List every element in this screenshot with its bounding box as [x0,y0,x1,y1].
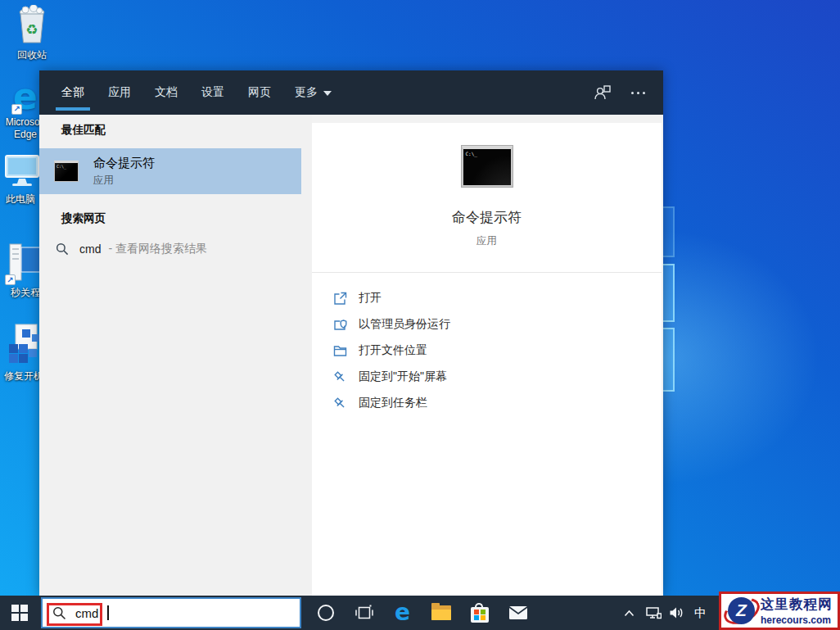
text-caret [107,605,109,620]
detail-title: 命令提示符 [312,208,662,227]
edge-taskbar-button[interactable]: e [383,596,422,630]
desktop-icon-label: 秒关程 [11,287,40,300]
desktop-icon-recycle-bin[interactable]: ♻ 回收站 [7,5,57,62]
tab-label: 全部 [61,85,84,100]
result-detail-pane: C:\_ 命令提示符 应用 打开 [312,115,663,596]
folder-icon [333,344,347,358]
volume-icon[interactable] [665,596,689,630]
sign-in-options-icon[interactable] [594,84,612,101]
cmd-terminal-icon-large: C:\_ [462,146,513,187]
file-explorer-button[interactable] [422,596,460,630]
action-label: 固定到任务栏 [359,396,427,410]
task-view-icon [355,605,373,621]
tab-all[interactable]: 全部 [61,70,84,115]
task-view-button[interactable] [345,596,383,630]
taskbar-search-box[interactable]: cmd [41,597,301,628]
web-search-heading: 搜索网页 [61,211,312,226]
edge-logo-icon: e [395,601,410,624]
best-match-heading: 最佳匹配 [61,123,312,138]
taskbar: cmd e [0,596,840,630]
search-flyout-panel: 全部 应用 文档 设置 网页 更多 [39,70,663,596]
chevron-down-icon [323,91,332,96]
more-options-icon[interactable] [631,92,645,94]
ime-indicator[interactable]: 中 [689,596,712,630]
start-button[interactable] [0,596,39,630]
recycle-bin-icon: ♻ [14,5,50,46]
tab-label: 网页 [248,85,271,100]
shortcut-arrow-icon: ↗ [11,104,22,115]
network-icon[interactable] [641,596,665,630]
action-label: 打开 [359,291,382,306]
watermark-site-name: 这里教程网 [761,596,833,614]
windows-logo-icon [11,605,28,621]
edge-logo-icon: e ↗ [13,80,38,113]
search-icon [56,242,69,256]
mail-button[interactable] [499,596,537,630]
tab-more[interactable]: 更多 [295,70,332,115]
desktop-icon-label: 修复开机 [4,370,43,383]
desktop-icon-label: 此电脑 [6,193,35,206]
result-subtitle: 应用 [93,174,155,188]
detail-subtitle: 应用 [312,234,662,248]
mail-envelope-icon [508,605,528,620]
cmd-prompt-text: C:\_ [466,151,477,156]
web-search-result[interactable]: cmd - 查看网络搜索结果 [39,237,312,261]
action-pin-to-taskbar[interactable]: 固定到任务栏 [333,390,662,416]
tab-label: 更多 [295,85,318,100]
cortana-icon [318,605,334,621]
action-pin-to-start[interactable]: 固定到"开始"屏幕 [333,364,662,390]
tab-label: 应用 [108,85,131,100]
cmd-prompt-text: C:\_ [56,164,66,169]
watermark-badge: Z 这里教程网 herecours.com [719,591,840,630]
search-icon [52,606,66,620]
desktop-icon-label: 回收站 [17,49,47,62]
action-label: 以管理员身份运行 [359,317,450,332]
tab-label: 设置 [201,85,224,100]
tab-documents[interactable]: 文档 [155,70,178,115]
tab-apps[interactable]: 应用 [108,70,131,115]
cubes-icon [4,323,43,367]
file-explorer-icon [431,605,451,620]
action-open[interactable]: 打开 [333,285,662,311]
shortcut-arrow-icon: ↗ [5,274,16,285]
tab-label: 文档 [155,85,178,100]
action-open-file-location[interactable]: 打开文件位置 [333,338,662,364]
cmd-terminal-icon: C:\_ [54,161,79,182]
computer-icon [0,152,42,190]
result-command-prompt[interactable]: C:\_ 命令提示符 应用 [39,148,301,194]
action-run-as-admin[interactable]: 以管理员身份运行 [333,311,662,338]
pin-icon [333,397,347,410]
action-label: 固定到"开始"屏幕 [359,369,447,384]
search-results-list: 最佳匹配 C:\_ 命令提示符 应用 搜索网页 cmd - 查看网络搜索结果 [39,115,312,596]
cortana-button[interactable] [306,596,345,630]
result-title: 命令提示符 [93,156,155,171]
divider [312,272,662,273]
watermark-letter: Z [728,597,755,624]
microsoft-store-button[interactable] [460,596,499,630]
store-bag-icon [471,607,489,623]
watermark-logo: Z [725,595,759,628]
action-label: 打开文件位置 [359,343,427,358]
tab-web[interactable]: 网页 [248,70,271,115]
shield-icon [333,318,347,332]
watermark-site-url: herecours.com [761,614,833,626]
search-input-value[interactable]: cmd [75,606,98,620]
launch-icon [333,292,347,306]
pin-icon [333,370,347,384]
tab-active-underline [56,107,90,111]
web-hint-text: - 查看网络搜索结果 [108,242,207,256]
web-query-text: cmd [79,242,101,256]
context-actions: 打开 以管理员身份运行 [312,285,662,416]
hidden-icons-chevron-icon[interactable] [617,596,641,630]
search-filter-bar: 全部 应用 文档 设置 网页 更多 [39,70,663,115]
tab-settings[interactable]: 设置 [201,70,224,115]
svg-text:♻: ♻ [25,21,38,38]
